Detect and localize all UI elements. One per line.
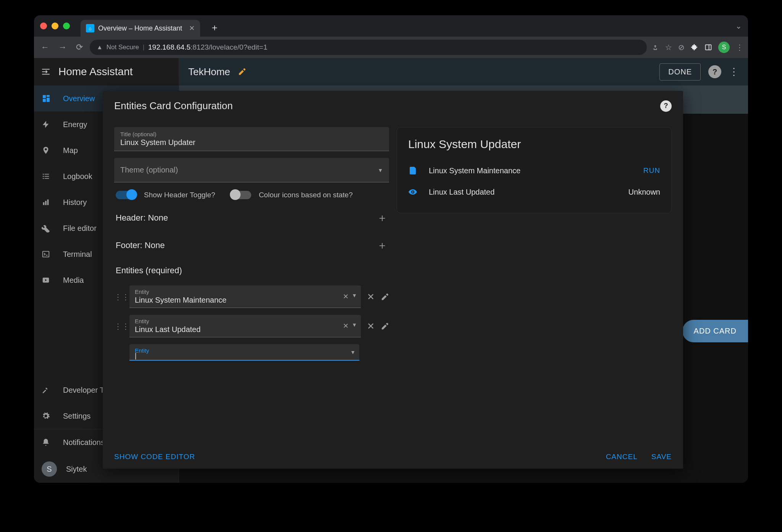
field-label: Entity: [135, 318, 355, 324]
blocked-icon[interactable]: ⊘: [678, 43, 685, 52]
show-code-editor-button[interactable]: SHOW CODE EDITOR: [114, 453, 195, 461]
clear-icon[interactable]: ✕: [343, 322, 349, 330]
sidebar-item-label: Settings: [63, 412, 90, 421]
edit-entity-button[interactable]: [381, 293, 389, 301]
window-maximize-icon[interactable]: [63, 23, 70, 29]
footer-section-row: Footer: None ＋: [114, 235, 389, 256]
modal-body: Title (optional) Theme (optional) ▼ Show…: [103, 116, 683, 445]
extensions-icon[interactable]: [691, 44, 698, 51]
browser-menu-icon[interactable]: ⋮: [736, 43, 743, 52]
avatar: S: [42, 461, 57, 477]
forward-button[interactable]: →: [56, 40, 69, 55]
url-input[interactable]: ▲ Not Secure | 192.168.64.5:8123/lovelac…: [90, 40, 647, 55]
sidebar-item-label: Media: [63, 276, 84, 285]
script-icon: [408, 166, 420, 175]
toggle-label: Show Header Toggle?: [144, 191, 215, 199]
svg-rect-15: [43, 202, 45, 205]
tab-close-icon[interactable]: ✕: [189, 24, 195, 32]
cancel-button[interactable]: CANCEL: [606, 453, 638, 461]
svg-rect-6: [47, 95, 50, 97]
menu-icon[interactable]: [41, 67, 51, 77]
entity-row: ⋮⋮⋮ Entity Linux System Maintenance ✕ ▼ …: [114, 285, 389, 308]
eye-icon: [408, 187, 420, 197]
sidebar-item-label: History: [63, 198, 87, 207]
color-icons-toggle[interactable]: [231, 191, 251, 199]
url-text: 192.168.64.5:8123/lovelace/0?edit=1: [148, 43, 267, 52]
add-header-button[interactable]: ＋: [377, 211, 388, 225]
modal-title: Entities Card Configuration: [114, 100, 233, 112]
modal-help-icon[interactable]: ?: [660, 100, 672, 112]
field-label: Title (optional): [120, 131, 383, 137]
wrench-icon: [42, 224, 52, 232]
dashboard-icon: [42, 94, 52, 103]
done-button[interactable]: DONE: [659, 63, 701, 81]
not-secure-label: Not Secure: [107, 44, 139, 51]
entity-value: Linux Last Updated: [135, 324, 355, 334]
share-icon[interactable]: [651, 44, 659, 51]
sidebar-item-label: Terminal: [63, 250, 92, 259]
svg-rect-0: [706, 45, 711, 50]
window-close-icon[interactable]: [40, 23, 47, 29]
remove-entity-button[interactable]: ✕: [367, 321, 375, 332]
help-icon[interactable]: ?: [708, 65, 721, 78]
app-header: TekHome DONE ? ⋮: [179, 58, 748, 85]
overflow-menu-icon[interactable]: ⋮: [729, 66, 739, 78]
sidebar-header: Home Assistant: [34, 58, 179, 85]
reload-button[interactable]: ⟳: [74, 40, 85, 55]
header-actions: DONE ? ⋮: [659, 63, 739, 81]
remove-entity-button[interactable]: ✕: [367, 292, 375, 302]
chevron-down-icon[interactable]: ▼: [352, 322, 357, 330]
preview-row: Linux System Maintenance RUN: [408, 160, 660, 181]
add-footer-button[interactable]: ＋: [377, 238, 388, 253]
chevron-down-icon: ▼: [378, 167, 383, 173]
svg-rect-16: [45, 201, 47, 205]
show-header-toggle[interactable]: [116, 191, 136, 199]
gear-icon: [42, 412, 52, 420]
home-assistant-favicon: ⌂: [86, 24, 94, 32]
entity-row-new: Entity | ▼: [114, 344, 389, 361]
edit-entity-button[interactable]: [381, 322, 389, 330]
sidebar-item-label: Overview: [63, 94, 95, 103]
preview-entity-value: Unknown: [629, 188, 660, 197]
browser-tab[interactable]: ⌂ Overview – Home Assistant ✕: [81, 20, 200, 37]
entity-row: ⋮⋮⋮ Entity Linux Last Updated ✕ ▼ ✕: [114, 315, 389, 337]
color-icons-toggle-group: Colour icons based on state?: [231, 191, 353, 199]
entities-card-config-modal: Entities Card Configuration ? Title (opt…: [103, 91, 683, 469]
panel-icon[interactable]: [704, 44, 712, 51]
save-button[interactable]: SAVE: [651, 453, 672, 461]
svg-rect-8: [43, 99, 46, 102]
title-input[interactable]: [120, 137, 383, 147]
svg-rect-13: [43, 178, 44, 179]
svg-rect-9: [43, 174, 44, 175]
svg-rect-10: [45, 174, 49, 175]
clear-icon[interactable]: ✕: [343, 292, 349, 301]
add-card-button[interactable]: ADD CARD: [682, 320, 748, 342]
preview-entity-name: Linux System Maintenance: [429, 166, 634, 175]
chevron-down-icon[interactable]: ⌄: [735, 21, 742, 31]
back-button[interactable]: ←: [39, 40, 52, 55]
pencil-icon[interactable]: [238, 68, 246, 76]
bookmark-icon[interactable]: ☆: [665, 43, 672, 52]
svg-rect-12: [45, 176, 49, 177]
sidebar-item-label: Logbook: [63, 172, 92, 181]
title-field[interactable]: Title (optional): [114, 127, 389, 151]
drag-handle-icon[interactable]: ⋮⋮⋮: [114, 292, 123, 301]
browser-user-avatar[interactable]: S: [718, 42, 730, 53]
entity-select[interactable]: Entity Linux Last Updated ✕ ▼: [129, 315, 361, 337]
sidebar-item-label: Energy: [63, 120, 87, 129]
entity-select-new[interactable]: Entity | ▼: [129, 344, 359, 361]
chart-icon: [42, 198, 52, 206]
entity-select[interactable]: Entity Linux System Maintenance ✕ ▼: [129, 285, 361, 308]
chevron-down-icon[interactable]: ▼: [350, 349, 355, 355]
chevron-down-icon[interactable]: ▼: [352, 292, 357, 301]
tab-title: Overview – Home Assistant: [98, 24, 182, 32]
entity-value: Linux System Maintenance: [135, 295, 355, 305]
drag-handle-icon[interactable]: ⋮⋮⋮: [114, 322, 123, 331]
run-button[interactable]: RUN: [643, 166, 660, 175]
address-bar-actions: ☆ ⊘ S ⋮: [651, 42, 743, 53]
preview-entity-name: Linux Last Updated: [429, 188, 619, 197]
new-tab-button[interactable]: ＋: [210, 21, 219, 34]
theme-select[interactable]: Theme (optional) ▼: [114, 158, 389, 182]
svg-rect-17: [47, 200, 49, 205]
window-minimize-icon[interactable]: [52, 23, 58, 29]
